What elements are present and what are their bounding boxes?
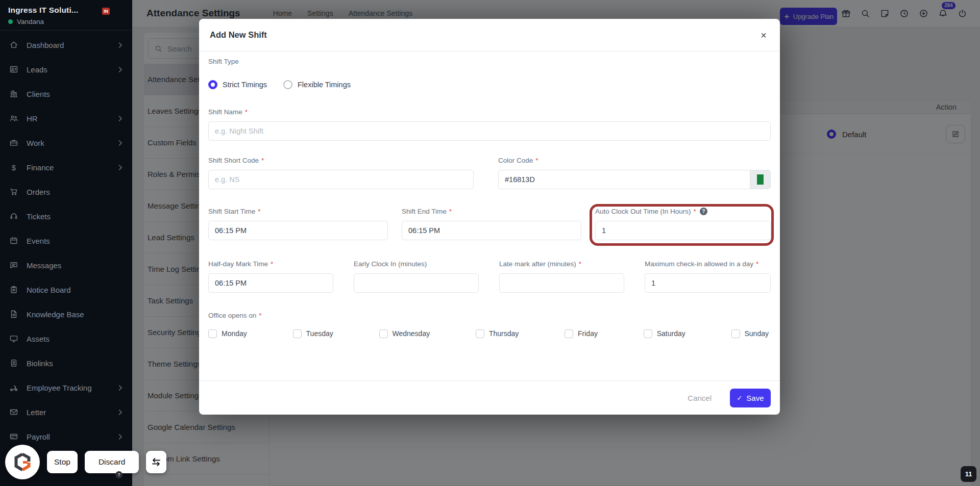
checkbox-icon[interactable] bbox=[379, 329, 388, 338]
sidebar-item-finance[interactable]: $ Finance bbox=[0, 155, 132, 180]
tuesday-checkbox[interactable]: Tuesday bbox=[293, 327, 333, 340]
close-icon[interactable]: × bbox=[761, 30, 767, 40]
shift-name-input[interactable] bbox=[208, 121, 771, 141]
user-name: Vandana bbox=[17, 18, 44, 25]
sidebar-item-label: Messages bbox=[27, 261, 61, 270]
checkbox-icon[interactable] bbox=[644, 329, 652, 338]
chevron-right-icon bbox=[118, 67, 122, 72]
sidebar-item-orders[interactable]: Orders bbox=[0, 180, 132, 204]
late-mark-after-field: Late mark after (minutes)* bbox=[499, 260, 624, 293]
sidebar-item-label: Knowledge Base bbox=[27, 310, 84, 319]
chevron-right-icon bbox=[118, 385, 122, 391]
monday-checkbox[interactable]: Monday bbox=[208, 327, 247, 340]
required-marker: * bbox=[694, 208, 696, 215]
checkbox-icon[interactable] bbox=[565, 329, 573, 338]
wednesday-checkbox[interactable]: Wednesday bbox=[379, 327, 430, 340]
sidebar-item-knowledge-base[interactable]: Knowledge Base bbox=[0, 302, 132, 326]
sidebar-item-dashboard[interactable]: Dashboard bbox=[0, 33, 132, 57]
sidebar-item-tickets[interactable]: Tickets bbox=[0, 204, 132, 228]
late-mark-after-input[interactable] bbox=[499, 273, 624, 293]
document-icon bbox=[9, 310, 19, 319]
monitor-icon bbox=[9, 334, 19, 343]
id-badge-icon bbox=[9, 359, 19, 368]
assistant-logo[interactable] bbox=[5, 445, 40, 479]
shift-end-time-input[interactable] bbox=[402, 221, 581, 240]
shift-start-time-input[interactable] bbox=[208, 221, 388, 240]
checkbox-icon[interactable] bbox=[293, 329, 302, 338]
cancel-button[interactable]: Cancel bbox=[688, 394, 712, 402]
limits-row: Half-day Mark Time* Early Clock In (minu… bbox=[208, 260, 771, 293]
sunday-checkbox[interactable]: Sunday bbox=[731, 327, 769, 340]
checkbox-icon[interactable] bbox=[208, 329, 217, 338]
swap-arrows-button[interactable] bbox=[146, 451, 166, 473]
color-swatch[interactable] bbox=[757, 174, 764, 185]
sidebar-item-messages[interactable]: Messages bbox=[0, 253, 132, 277]
page-count-badge: 11 bbox=[961, 466, 976, 482]
org-header[interactable]: Ingress IT Soluti... IN Vandana bbox=[0, 0, 132, 30]
max-checkin-input[interactable] bbox=[645, 273, 771, 293]
auto-clock-out-input[interactable] bbox=[595, 221, 771, 240]
required-marker: * bbox=[258, 208, 260, 215]
required-marker: * bbox=[535, 157, 538, 164]
modal-footer: Cancel ✓ Save bbox=[199, 380, 780, 415]
discard-button[interactable]: Discard bbox=[85, 451, 139, 473]
sidebar-item-hr[interactable]: HR bbox=[0, 106, 132, 131]
sidebar-item-label: Employee Tracking bbox=[27, 383, 92, 392]
sidebar-item-notice-board[interactable]: Notice Board bbox=[0, 277, 132, 302]
early-clock-in-label: Early Clock In (minutes) bbox=[354, 260, 479, 268]
sidebar-divider bbox=[0, 30, 132, 31]
shift-end-time-label: Shift End Time* bbox=[402, 208, 581, 215]
save-button[interactable]: ✓ Save bbox=[730, 389, 771, 407]
sidebar-item-label: Finance bbox=[27, 163, 54, 172]
help-icon[interactable]: ? bbox=[700, 208, 707, 215]
shift-type-label: Shift Type bbox=[208, 58, 771, 65]
sidebar-item-work[interactable]: Work bbox=[0, 131, 132, 155]
widget-help-icon[interactable]: ? bbox=[115, 471, 122, 478]
times-row: Shift Start Time* Shift End Time* Auto C… bbox=[208, 208, 771, 240]
home-icon bbox=[9, 40, 19, 49]
building-icon bbox=[9, 89, 19, 98]
checkbox-icon[interactable] bbox=[731, 329, 740, 338]
max-checkin-label: Maximum check-in allowed in a day* bbox=[645, 260, 771, 268]
sidebar-item-leads[interactable]: Leads bbox=[0, 57, 132, 82]
color-picker-addon[interactable] bbox=[750, 170, 770, 189]
shift-start-time-label: Shift Start Time* bbox=[208, 208, 388, 215]
sidebar-item-label: Notice Board bbox=[27, 286, 71, 294]
strict-timings-radio[interactable]: Strict Timings bbox=[208, 80, 267, 89]
sidebar-item-label: Clients bbox=[27, 90, 50, 98]
shift-name-label: Shift Name* bbox=[208, 108, 771, 116]
shift-short-code-input[interactable] bbox=[208, 170, 474, 189]
sidebar-item-assets[interactable]: Assets bbox=[0, 326, 132, 351]
sidebar-item-biolinks[interactable]: Biolinks bbox=[0, 351, 132, 375]
early-clock-in-input[interactable] bbox=[354, 273, 479, 293]
friday-checkbox[interactable]: Friday bbox=[565, 327, 598, 340]
stop-button[interactable]: Stop bbox=[47, 451, 78, 473]
cart-icon bbox=[9, 187, 19, 196]
radio-icon[interactable] bbox=[283, 80, 292, 89]
leads-icon bbox=[9, 65, 19, 74]
people-icon bbox=[9, 114, 19, 123]
thursday-checkbox[interactable]: Thursday bbox=[476, 327, 519, 340]
sidebar-item-label: Orders bbox=[27, 188, 50, 196]
flexible-timings-radio[interactable]: Flexible Timings bbox=[283, 80, 351, 89]
modal-body: Shift Type Strict Timings Flexible Timin… bbox=[199, 52, 780, 340]
required-marker: * bbox=[579, 260, 581, 268]
auto-clock-out-label: Auto Clock Out Time (In Hours)* ? bbox=[595, 208, 771, 215]
checkbox-icon[interactable] bbox=[476, 329, 484, 338]
sidebar-item-label: Leads bbox=[27, 65, 47, 74]
color-code-input[interactable] bbox=[499, 170, 750, 189]
radio-icon[interactable] bbox=[208, 80, 217, 89]
sidebar-item-events[interactable]: Events bbox=[0, 228, 132, 253]
swap-arrows-icon bbox=[151, 457, 161, 467]
clipboard-icon bbox=[9, 285, 19, 294]
sidebar-item-letter[interactable]: Letter bbox=[0, 400, 132, 424]
half-day-mark-input[interactable] bbox=[208, 273, 333, 293]
sidebar-item-clients[interactable]: Clients bbox=[0, 82, 132, 106]
saturday-checkbox[interactable]: Saturday bbox=[644, 327, 685, 340]
shift-short-code-label: Shift Short Code* bbox=[208, 157, 474, 164]
sidebar-item-label: Letter bbox=[27, 408, 46, 417]
sidebar-item-employee-tracking[interactable]: Employee Tracking bbox=[0, 375, 132, 400]
chevron-right-icon bbox=[118, 116, 122, 121]
early-clock-in-field: Early Clock In (minutes) bbox=[354, 260, 479, 293]
office-opens-on-field: Office opens on* Monday Tuesday Wednesda… bbox=[208, 312, 771, 340]
